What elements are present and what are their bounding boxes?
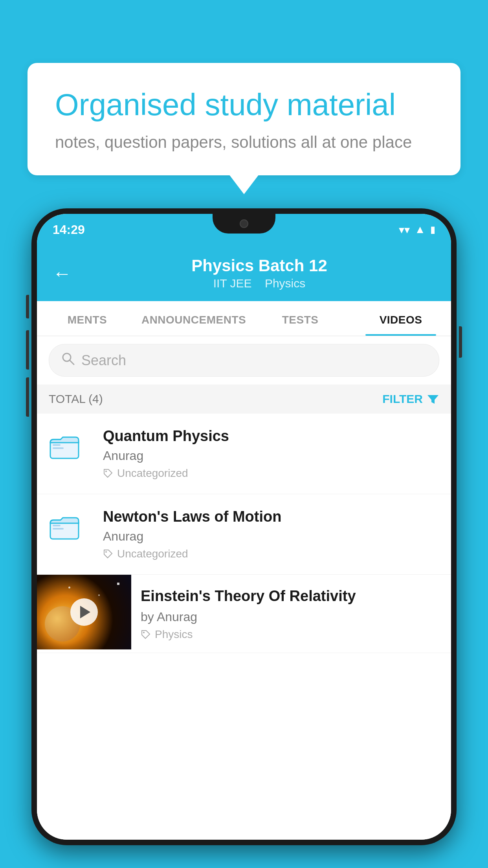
phone-side-button-left-2	[26, 330, 29, 370]
filter-icon	[427, 393, 439, 405]
header-subtitle-iitjee: IIT JEE	[213, 277, 252, 290]
search-container: Search	[37, 336, 451, 384]
svg-rect-8	[53, 525, 61, 526]
status-icons: ▾▾ ▲ ▮	[399, 223, 435, 236]
status-bar: 14:29 ▾▾ ▲ ▮	[37, 214, 451, 245]
thumbnail-content: Einstein's Theory Of Relativity by Anura…	[131, 575, 451, 653]
filter-button[interactable]: FILTER	[382, 392, 439, 406]
svg-rect-9	[53, 528, 64, 530]
search-icon	[61, 351, 75, 369]
tag-label: Uncategorized	[117, 467, 188, 480]
tab-ments[interactable]: MENTS	[37, 301, 138, 336]
item-title: Einstein's Theory Of Relativity	[141, 587, 442, 606]
tag-icon	[103, 549, 113, 559]
svg-line-1	[70, 360, 74, 364]
phone-side-button-left-3	[26, 377, 29, 417]
search-placeholder: Search	[81, 352, 126, 369]
camera-dot	[240, 219, 248, 228]
phone-side-button-right	[459, 326, 462, 358]
svg-rect-4	[53, 444, 61, 446]
svg-point-6	[105, 471, 107, 472]
tag-label: Physics	[155, 628, 193, 641]
item-tag: Uncategorized	[103, 467, 439, 480]
item-title: Quantum Physics	[103, 428, 439, 445]
phone-side-button-left-1	[26, 295, 29, 318]
star	[68, 587, 70, 588]
signal-icon: ▲	[415, 223, 426, 236]
speech-bubble-title: Organised study material	[55, 86, 433, 123]
tag-icon	[141, 629, 151, 640]
list-item[interactable]: Einstein's Theory Of Relativity by Anura…	[37, 575, 451, 653]
folder-icon	[49, 511, 80, 542]
header-title: Physics Batch 12	[83, 256, 435, 275]
list-item[interactable]: Newton's Laws of Motion Anurag Uncategor…	[37, 494, 451, 575]
play-button[interactable]	[70, 598, 98, 626]
speech-bubble-subtitle: notes, question papers, solutions all at…	[55, 133, 433, 152]
play-triangle-icon	[80, 606, 90, 618]
list-item[interactable]: Quantum Physics Anurag Uncategorized	[37, 414, 451, 494]
header-subtitle-physics: Physics	[265, 277, 305, 290]
folder-icon	[49, 430, 80, 462]
svg-marker-2	[427, 395, 438, 404]
tabs-bar: MENTS ANNOUNCEMENTS TESTS VIDEOS	[37, 301, 451, 336]
app-header: ← Physics Batch 12 IIT JEE Physics	[37, 245, 451, 301]
filter-bar: TOTAL (4) FILTER	[37, 384, 451, 414]
svg-point-10	[105, 551, 107, 553]
item-tag: Uncategorized	[103, 548, 439, 560]
back-button[interactable]: ←	[53, 263, 72, 284]
item-icon-area	[49, 511, 92, 544]
tag-label: Uncategorized	[117, 548, 188, 560]
speech-bubble: Organised study material notes, question…	[28, 63, 460, 175]
filter-label: FILTER	[382, 392, 423, 406]
content-list: Quantum Physics Anurag Uncategorized	[37, 414, 451, 840]
item-title: Newton's Laws of Motion	[103, 508, 439, 525]
tag-icon	[103, 468, 113, 478]
star	[98, 594, 100, 596]
search-bar[interactable]: Search	[49, 344, 439, 377]
total-count: TOTAL (4)	[49, 392, 103, 406]
item-author: Anurag	[103, 529, 439, 544]
tab-videos[interactable]: VIDEOS	[350, 301, 451, 336]
tab-tests[interactable]: TESTS	[250, 301, 350, 336]
tab-announcements[interactable]: ANNOUNCEMENTS	[138, 301, 250, 336]
phone-container: 14:29 ▾▾ ▲ ▮ ← Physics Batch 12 IIT JEE	[31, 208, 457, 868]
thumbnail-area	[37, 575, 131, 649]
notch	[213, 214, 275, 234]
wifi-icon: ▾▾	[399, 223, 410, 236]
header-title-area: Physics Batch 12 IIT JEE Physics	[83, 256, 435, 290]
svg-point-11	[143, 632, 145, 633]
phone-screen: 14:29 ▾▾ ▲ ▮ ← Physics Batch 12 IIT JEE	[37, 214, 451, 840]
item-author: Anurag	[103, 449, 439, 463]
speech-bubble-container: Organised study material notes, question…	[28, 63, 460, 175]
item-tag: Physics	[141, 628, 442, 641]
item-author: by Anurag	[141, 610, 442, 624]
header-subtitle: IIT JEE Physics	[83, 277, 435, 290]
star	[117, 583, 119, 585]
item-content: Newton's Laws of Motion Anurag Uncategor…	[103, 508, 439, 560]
item-icon-area	[49, 430, 92, 463]
phone-outer: 14:29 ▾▾ ▲ ▮ ← Physics Batch 12 IIT JEE	[31, 208, 457, 845]
svg-rect-5	[53, 447, 64, 449]
item-content: Quantum Physics Anurag Uncategorized	[103, 428, 439, 480]
status-time: 14:29	[53, 223, 85, 237]
battery-icon: ▮	[430, 224, 435, 235]
